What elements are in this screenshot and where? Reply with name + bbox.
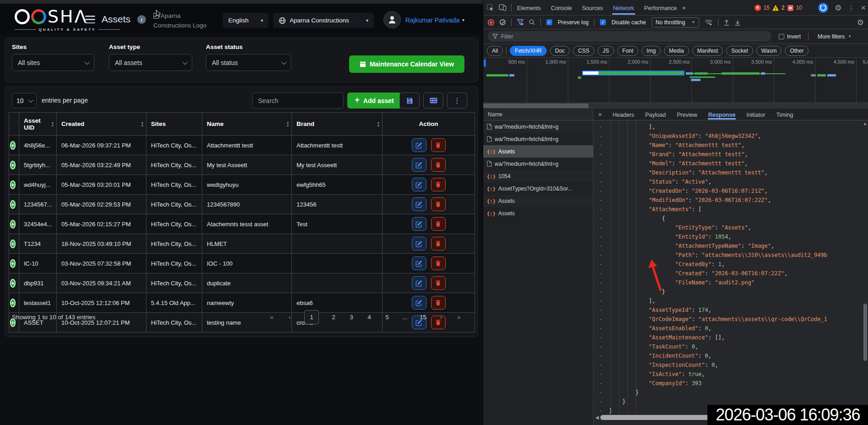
timeline-brush-handle[interactable] [484,59,486,67]
page-3[interactable]: 3 [348,314,355,321]
response-code-area[interactable]: - ],- "UniqueAssetId": "4h8j56egw32342",… [593,120,862,414]
fold-marker[interactable]: - [593,260,609,269]
fold-marker[interactable]: - [593,388,609,397]
edit-button[interactable] [412,256,426,270]
expand-plus-icon[interactable]: + [10,141,16,150]
devtools-tab-console[interactable]: Console [550,1,573,15]
expand-plus-icon[interactable]: + [10,200,16,209]
fold-marker[interactable]: - [593,205,609,214]
more-options-button[interactable]: ⋮ [447,93,467,109]
page-size-select[interactable]: 10 [12,93,37,108]
delete-button[interactable] [431,296,446,310]
close-detail-icon[interactable]: × [598,110,602,118]
page-1[interactable]: 1 [304,310,319,324]
add-asset-button[interactable]: + Add asset [347,93,401,109]
edit-button[interactable] [412,217,426,231]
fold-marker[interactable]: - [593,278,609,287]
devtools-tab-sources[interactable]: Sources [581,1,604,15]
maintenance-calendar-button[interactable]: Maintenance Calendar View [349,55,464,73]
request-row[interactable]: wa/?medium=fetch&fmt=g [483,158,593,170]
detail-tab-headers[interactable]: Headers [612,109,635,120]
network-overview-timeline[interactable]: 500 ms1,000 ms1,500 ms2,000 ms2,500 ms3,… [483,58,868,103]
devtools-close-icon[interactable]: × [861,3,866,13]
user-menu-caret[interactable]: ▾ [462,17,464,22]
edit-button[interactable] [412,197,426,211]
page-5[interactable]: 5 [384,314,390,321]
devtools-menu-icon[interactable]: ⋮ [848,4,854,11]
request-list-header[interactable]: Name [483,109,593,120]
scroll-up-icon[interactable]: ▲ [863,121,867,126]
fold-marker[interactable]: - [593,232,609,241]
column-header-name[interactable]: Name▴▾ [202,113,292,136]
expand-plus-icon[interactable]: + [10,180,16,189]
delete-button[interactable] [431,197,446,211]
column-header-created[interactable]: Created▴▾ [57,113,146,136]
edit-button[interactable] [412,276,426,290]
filter-chip-socket[interactable]: Socket [726,46,753,56]
fold-marker[interactable]: - [593,186,609,196]
fold-marker[interactable]: - [593,150,609,159]
invert-checkbox[interactable] [779,34,784,39]
delete-button[interactable] [431,178,446,191]
detail-tab-response[interactable]: Response [708,109,736,120]
filter-chip-fetch-xhr[interactable]: Fetch/XHR [510,46,547,56]
edit-button[interactable] [412,158,426,172]
column-header-asset-uid[interactable]: Asset UID▴▾ [19,113,57,136]
devtools-tab-network[interactable]: Network [612,1,635,15]
sort-arrows-icon[interactable]: ▴▾ [52,121,54,127]
preserve-log-checkbox[interactable]: ✓ [546,19,552,25]
delete-button[interactable] [431,217,446,231]
fold-marker[interactable]: - [593,342,609,351]
user-name[interactable]: Rajkumar Pativada [405,16,459,24]
delete-button[interactable] [431,256,446,270]
sort-arrows-icon[interactable]: ▴▾ [141,121,143,127]
vertical-scrollbar[interactable]: ▲ ▼ [862,120,868,417]
fold-marker[interactable]: - [593,131,609,141]
more-tabs-icon[interactable]: » [682,4,685,11]
expand-plus-icon[interactable]: + [10,161,16,169]
card-view-button[interactable] [423,93,443,109]
page-[interactable]: › [438,314,444,321]
filter-chip-other[interactable]: Other [785,46,809,56]
search-icon[interactable] [529,19,535,25]
sort-arrows-icon[interactable]: ▴▾ [377,121,379,127]
device-toolbar-icon[interactable] [499,4,507,11]
page-[interactable]: « [269,314,275,321]
inspect-element-icon[interactable] [487,4,494,11]
export-har-icon[interactable] [724,19,729,26]
fold-marker[interactable]: - [593,333,609,342]
language-select[interactable]: English▾ [223,13,269,28]
delete-button[interactable] [431,237,446,251]
fold-marker[interactable]: - [593,196,609,205]
request-row[interactable]: {:}Assets [483,145,593,158]
fold-marker[interactable]: - [593,159,609,168]
company-select[interactable]: Aparna Constructions▾ [273,13,374,28]
activity-sync-icon[interactable] [818,3,828,13]
expand-plus-icon[interactable]: + [10,220,16,229]
filter-chip-doc[interactable]: Doc [550,46,570,56]
filter-funnel-icon[interactable] [517,19,523,25]
filter-chip-media[interactable]: Media [664,46,689,56]
settings-gear-icon[interactable]: ⚙ [835,3,841,12]
fold-marker[interactable]: - [593,360,609,370]
delete-button[interactable] [431,158,446,172]
info-icon[interactable]: i [137,15,146,24]
delete-button[interactable] [431,138,446,152]
page-4[interactable]: 4 [366,314,372,321]
request-row[interactable]: wa/?medium=fetch&fmt=g [483,120,593,133]
edit-button[interactable] [412,237,426,251]
request-row[interactable]: {:}1054 [483,170,593,182]
sites-select[interactable]: All sites [12,54,94,71]
horizontal-scroll-thumb[interactable] [600,415,709,420]
network-settings-gear-icon[interactable]: ⚙ [857,18,864,27]
filter-chip-font[interactable]: Font [617,46,638,56]
filter-chip-css[interactable]: CSS [573,46,594,56]
detail-tab-initiator[interactable]: Initiator [746,109,766,120]
fold-marker[interactable]: - [593,305,609,315]
filter-chip-js[interactable]: JS [598,46,614,56]
avatar[interactable] [383,11,401,28]
fold-marker[interactable]: - [593,168,609,177]
export-save-button[interactable] [399,93,420,109]
page-2[interactable]: 2 [330,314,337,321]
devtools-tab-performance[interactable]: Performance [643,1,678,15]
